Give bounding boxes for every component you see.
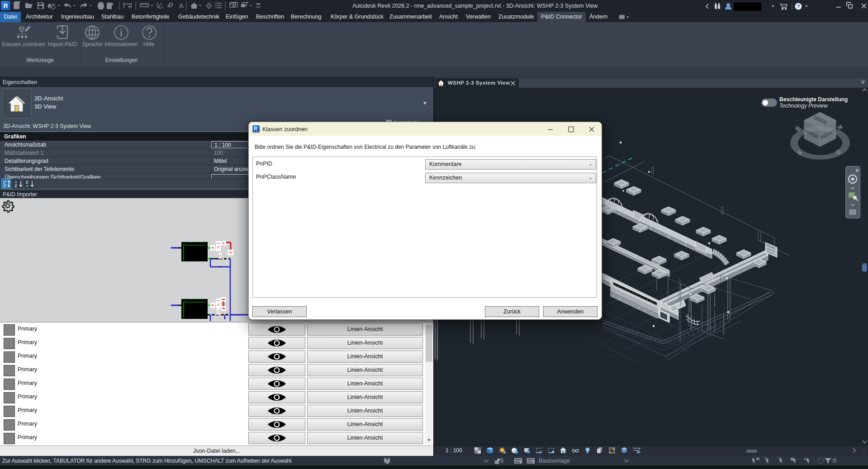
svg-text:Z: Z [14, 183, 17, 188]
svg-text:?: ? [797, 4, 800, 9]
svg-text:A: A [26, 183, 29, 188]
svg-text:1: 1 [171, 4, 173, 7]
svg-text:RVT: RVT [256, 130, 259, 133]
svg-text:R: R [3, 2, 8, 9]
svg-text:A: A [179, 2, 184, 9]
